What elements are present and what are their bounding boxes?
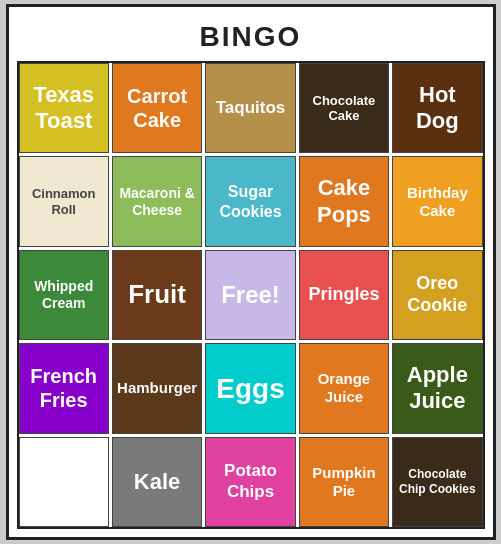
cell-whipped-cream[interactable]: Whipped Cream: [19, 250, 109, 340]
cell-cinnamon-roll[interactable]: Cinnamon Roll: [19, 156, 109, 246]
bingo-title: BINGO: [17, 15, 485, 61]
bingo-card: BINGO Texas ToastCarrot CakeTaquitosChoc…: [6, 4, 496, 540]
cell-potato-chips[interactable]: Potato Chips: [205, 437, 295, 527]
cell-apple-juice[interactable]: Apple Juice: [392, 343, 482, 433]
cell-taquitos[interactable]: Taquitos: [205, 63, 295, 153]
cell-chocolate-cake[interactable]: Chocolate Cake: [299, 63, 389, 153]
cell-birthday-cake[interactable]: Birthday Cake: [392, 156, 482, 246]
cell-free[interactable]: Free!: [205, 250, 295, 340]
cell-hamburger[interactable]: Hamburger: [112, 343, 202, 433]
cell-cake-pops[interactable]: Cake Pops: [299, 156, 389, 246]
cell-carrot-cake[interactable]: Carrot Cake: [112, 63, 202, 153]
cell-orange-juice[interactable]: Orange Juice: [299, 343, 389, 433]
cell-eggs[interactable]: Eggs: [205, 343, 295, 433]
cell-texas-toast[interactable]: Texas Toast: [19, 63, 109, 153]
cell-blank[interactable]: [19, 437, 109, 527]
cell-sugar-cookies[interactable]: Sugar Cookies: [205, 156, 295, 246]
cell-hot-dog[interactable]: Hot Dog: [392, 63, 482, 153]
cell-fruit[interactable]: Fruit: [112, 250, 202, 340]
cell-pringles[interactable]: Pringles: [299, 250, 389, 340]
cell-french-fries[interactable]: French Fries: [19, 343, 109, 433]
bingo-grid: Texas ToastCarrot CakeTaquitosChocolate …: [17, 61, 485, 529]
cell-pumpkin-pie[interactable]: Pumpkin Pie: [299, 437, 389, 527]
cell-oreo-cookie[interactable]: Oreo Cookie: [392, 250, 482, 340]
cell-choc-chip[interactable]: Chocolate Chip Cookies: [392, 437, 482, 527]
cell-mac-cheese[interactable]: Macaroni & Cheese: [112, 156, 202, 246]
cell-kale[interactable]: Kale: [112, 437, 202, 527]
